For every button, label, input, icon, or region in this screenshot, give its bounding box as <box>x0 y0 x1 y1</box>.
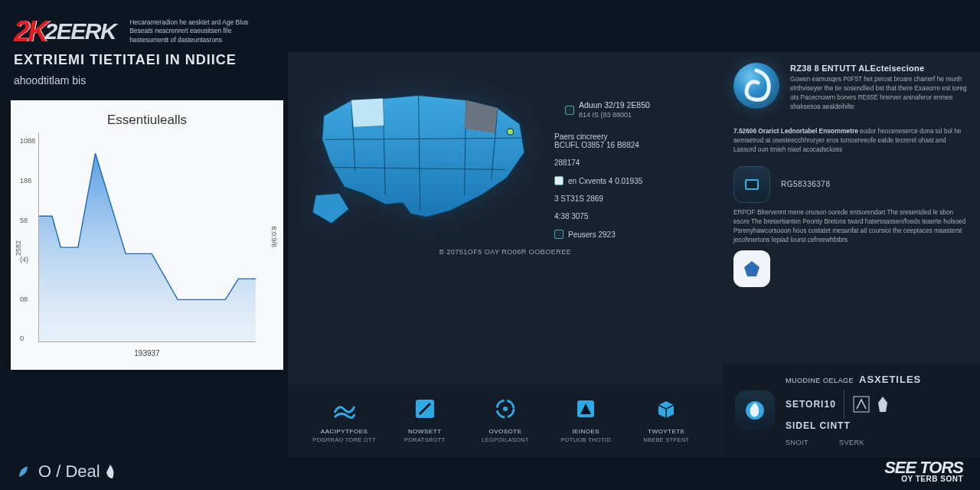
tagline-line: Beseats neacrenrert eaeusitsen file <box>129 27 248 35</box>
legend-text: BCUFL O3857 16 B8824 <box>554 141 639 149</box>
footer-small: SVERK <box>839 439 864 446</box>
tile-sublabel: LEGPOILASONT <box>482 436 529 443</box>
footer-brand-text: ASXETILES <box>859 374 921 385</box>
center-column: Aduun 32/19 2E850 814 IS (83 88001 Paers… <box>288 52 723 457</box>
category-tile[interactable]: OVOSOTE LEGPOILASONT <box>470 396 541 443</box>
chart-x-label: 193937 <box>134 349 159 358</box>
y-tick: 0 <box>20 335 35 342</box>
flame-icon <box>103 463 120 480</box>
app-tile-icon[interactable] <box>733 250 770 287</box>
legend-text: 288174 <box>554 158 580 167</box>
legend-text: Paers cincreery <box>554 132 607 141</box>
tile-sublabel: POTUOB THOTID <box>560 436 610 443</box>
footer-left[interactable]: O / Deal <box>17 462 120 482</box>
right-para: Gowen eamusqes P0F5T het perost broare c… <box>790 74 969 111</box>
leaf-icon <box>17 463 34 480</box>
y-tick: 08 <box>20 296 35 303</box>
right-header: RZ38 8 ENTUTT ALEcteisecione Gowen eamus… <box>733 63 969 118</box>
footer-app-icon[interactable] <box>735 390 775 430</box>
app-label: RG58336378 <box>781 180 831 188</box>
tent-icon <box>573 396 599 422</box>
footer-line3: SIDEL CINTT <box>786 420 921 431</box>
category-tile[interactable]: AACIPYTFOES POGRRAO TORE OTT <box>309 396 380 443</box>
svg-rect-6 <box>746 181 757 188</box>
header-tagline: Hecarameradion he aesktet ard Age Blus B… <box>129 18 248 44</box>
map-section: Aduun 32/19 2E850 814 IS (83 88001 Paers… <box>288 60 723 243</box>
footer-right: SEE TORS OY TERB SONT <box>884 460 963 482</box>
tile-label: OVOSOTE <box>488 428 521 435</box>
tagline-line: hastesumentt of dasteuntasrons <box>129 36 248 44</box>
legend-text: Peusers 2923 <box>568 230 616 239</box>
tile-label: IEINOES <box>572 428 599 435</box>
tile-label: TWOYTETE <box>648 428 684 435</box>
app-row <box>733 250 969 287</box>
logo-brand: 2EERK <box>45 18 116 44</box>
wave-icon <box>332 396 358 422</box>
chart-title: Essentiulealls <box>18 113 276 128</box>
y-tick: 1088 <box>20 137 35 145</box>
main-grid: EXTRIEMI TIETITAEI IN NDIICE ahoodtitlam… <box>0 52 980 457</box>
tile-sublabel: POGRRAO TORE OTT <box>312 436 376 443</box>
footer-brand-text: SIDEL CINTT <box>786 420 851 431</box>
tile-label: NOWSETT <box>408 428 442 435</box>
legend-row: 3 ST31S 2869 <box>554 194 661 203</box>
box-icon <box>653 396 679 422</box>
legend-text: Aduun 32/19 2E850 <box>579 100 650 109</box>
footer-line2: SETORI10 <box>786 390 921 419</box>
right-footer-card: MUODINE OELAGE ASXETILES SETORI10 SIDEL … <box>723 363 980 457</box>
footer-small: SNOIT <box>786 439 808 446</box>
legend-row: 4:38 3075 <box>554 212 661 220</box>
legend-row: Paers cincreery BCUFL O3857 16 B8824 <box>554 132 661 149</box>
legend-row: Aduun 32/19 2E850 814 IS (83 88001 <box>554 96 661 123</box>
chart-body: 1088 188 58 (4) 08 0 6:0:9/6 2582 193937 <box>18 132 276 362</box>
legend-text: 4:38 3075 <box>554 212 589 220</box>
legend-swatch-icon <box>554 176 564 185</box>
category-tile[interactable]: NOWSETT PORATSROTT <box>390 396 460 443</box>
legend-swatch-icon <box>565 106 574 115</box>
app-header: 2K 2EERK Hecarameradion he aesktet ard A… <box>0 0 980 52</box>
legend-row: en Cxvents 4 0.01935 <box>554 176 661 185</box>
badge-icon <box>852 395 871 413</box>
footer-pretext: MUODINE OELAGE <box>786 377 854 384</box>
right-heading: RZ38 8 ENTUTT ALEcteisecione <box>790 63 969 74</box>
chart-panel: Essentiulealls 1088 188 58 (4) 08 0 6:0:… <box>11 100 283 370</box>
category-icon-row: AACIPYTFOES POGRRAO TORE OTT NOWSETT POR… <box>288 385 723 457</box>
legend-text: en Cxvents 4 0.01935 <box>568 177 642 185</box>
category-tile[interactable]: TWOYTETE NBEBE STFENT <box>631 396 701 443</box>
app-row: RG58336378 <box>733 166 969 203</box>
left-column: EXTRIEMI TIETITAEI IN NDIICE ahoodtitlam… <box>11 52 288 457</box>
svg-point-3 <box>503 407 508 411</box>
chart-y2-label: 6:0:9/6 <box>270 227 278 248</box>
circle-icon <box>492 396 518 422</box>
page-subtitle: ahoodtitlam bis <box>11 74 288 87</box>
us-map[interactable] <box>308 75 545 239</box>
footer-line1: MUODINE OELAGE ASXETILES <box>786 374 921 385</box>
legend-text: 814 IS (83 88001 <box>579 111 632 119</box>
para-lead: 7.52606 Orarict Lednortabel Ensornmetre <box>733 127 858 135</box>
swirl-icon <box>733 63 779 109</box>
divider <box>844 390 844 419</box>
legend-swatch-icon <box>554 230 564 239</box>
svg-point-0 <box>507 129 513 135</box>
footer-left-text: O / Deal <box>38 462 100 482</box>
person-icon <box>875 395 890 413</box>
logo: 2K 2EERK <box>14 18 116 44</box>
chart-plot-area[interactable] <box>38 132 256 342</box>
page-footer: O / Deal SEE TORS OY TERB SONT <box>0 457 980 490</box>
tile-sublabel: PORATSROTT <box>404 436 446 443</box>
chart-series-svg <box>39 132 256 341</box>
category-tile[interactable]: IEINOES POTUOB THOTID <box>550 396 621 443</box>
tile-sublabel: NBEBE STFENT <box>643 436 689 443</box>
tagline-line: Hecarameradion he aesktet ard Age Blus <box>129 18 248 27</box>
app-tile-icon[interactable] <box>733 166 770 203</box>
legend-text: 3 ST31S 2869 <box>554 194 603 203</box>
y-tick: 188 <box>20 177 35 185</box>
legend-row: 288174 <box>554 158 661 167</box>
chart-y1-label: 2582 <box>15 240 22 256</box>
map-legend: Aduun 32/19 2E850 814 IS (83 88001 Paers… <box>554 75 661 239</box>
legend-row: Peusers 2923 <box>554 230 661 239</box>
slash-icon <box>412 396 438 422</box>
right-para: ERPOF Blrervennt mene onoson oorede ents… <box>733 207 969 244</box>
footer-brand-text: SETORI10 <box>786 399 836 410</box>
page-title: EXTRIEMI TIETITAEI IN NDIICE <box>11 52 288 68</box>
